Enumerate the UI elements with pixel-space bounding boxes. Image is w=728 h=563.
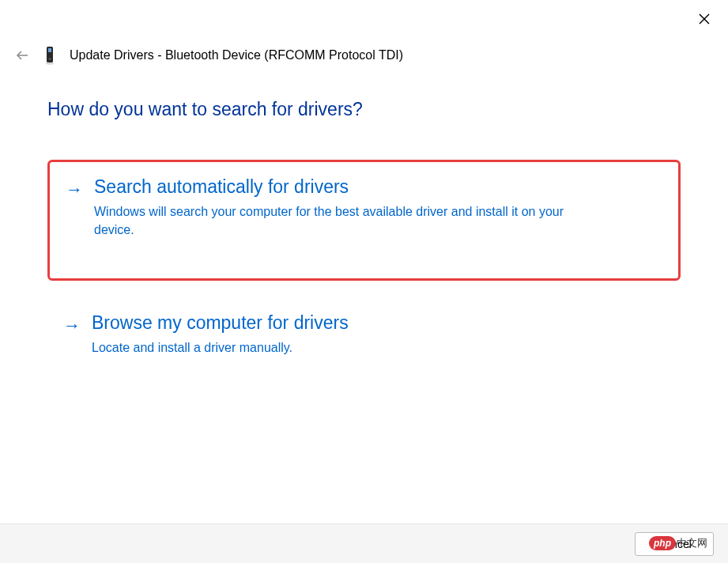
svg-rect-5: [49, 58, 51, 60]
option-description: Windows will search your computer for th…: [94, 202, 584, 239]
back-arrow-icon: [16, 51, 28, 60]
arrow-right-icon: →: [63, 316, 81, 336]
option-title: Search automatically for drivers: [94, 176, 662, 198]
arrow-right-icon: →: [66, 179, 83, 200]
dialog-content: How do you want to search for drivers? →…: [47, 99, 681, 395]
option-title: Browse my computer for drivers: [92, 312, 665, 334]
dialog-header: Update Drivers - Bluetooth Device (RFCOM…: [14, 46, 696, 65]
svg-rect-4: [48, 48, 51, 52]
close-icon: [699, 13, 710, 25]
option-search-automatically[interactable]: → Search automatically for drivers Windo…: [47, 160, 681, 281]
back-button[interactable]: [14, 47, 30, 64]
cancel-button-label: Cancel: [657, 538, 692, 550]
dialog-title: Update Drivers - Bluetooth Device (RFCOM…: [70, 48, 403, 62]
svg-point-6: [46, 63, 54, 65]
main-heading: How do you want to search for drivers?: [47, 99, 681, 120]
cancel-button[interactable]: Cancel: [635, 532, 714, 556]
device-icon: [44, 46, 55, 65]
dialog-footer: Cancel: [0, 523, 728, 563]
option-description: Locate and install a driver manually.: [92, 338, 582, 357]
option-browse-computer[interactable]: → Browse my computer for drivers Locate …: [47, 298, 681, 377]
close-button[interactable]: [695, 9, 714, 28]
